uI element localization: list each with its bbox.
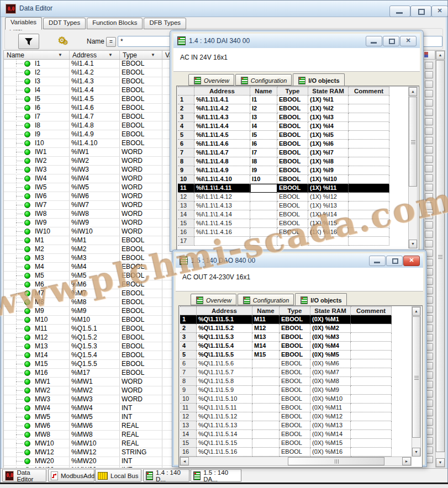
taskbar-tab-1-4-140-dai[interactable]: 1.4 : 140 D...	[143, 469, 189, 482]
dialog-titlebar[interactable]: 1.5 : 140 DAO 840 00 ✕	[176, 253, 423, 268]
io-row[interactable]: 8%I\1.1\1.4.8I8EBOOL(1X) %I8	[178, 157, 389, 166]
io-row[interactable]: 15%I\1.1\1.4.15EBOOL(1X) %I15	[178, 219, 389, 228]
dialog-vertical-scrollbar[interactable]: ▲ ▼	[412, 306, 421, 457]
io-row[interactable]: 9%Q\1.1\1.5.9EBOOL(0X) %M9	[180, 386, 392, 395]
maximize-button[interactable]	[386, 256, 403, 266]
taskbar-tab-data-editor[interactable]: 0,0 Data Editor	[2, 469, 46, 482]
grid-cell-button[interactable]	[425, 99, 433, 107]
column-header-type[interactable]: Type▼	[120, 51, 162, 59]
io-row[interactable]: 15%Q\1.1\1.5.15EBOOL(0X) %M15	[180, 439, 392, 448]
grid-cell-button[interactable]	[425, 212, 433, 219]
scroll-down-button[interactable]: ▼	[436, 458, 445, 467]
io-row[interactable]: 1%Q\1.1\1.5.1M11EBOOL(0X) %M1	[180, 315, 392, 324]
io-row[interactable]: 13%I\1.1\1.4.13EBOOL(1X) %I13	[178, 201, 389, 210]
io-row[interactable]: 11%Q\1.1\1.5.11EBOOL(0X) %M11	[180, 404, 392, 412]
close-button[interactable]: ✕	[403, 256, 420, 266]
tab-overview[interactable]: Overview	[188, 74, 234, 86]
scroll-up-button[interactable]: ▲	[412, 307, 420, 316]
io-row[interactable]: 16%Q\1.1\1.5.16EBOOL(0X) %M16	[180, 448, 392, 457]
scroll-down-button[interactable]: ▼	[412, 448, 420, 457]
io-row[interactable]: 14%Q\1.1\1.5.14EBOOL(0X) %M14	[180, 430, 392, 439]
scroll-thumb[interactable]	[288, 457, 384, 465]
taskbar-tab-local-bus[interactable]: Local Bus	[95, 469, 141, 482]
close-button[interactable]: ✕	[400, 36, 417, 46]
grid-cell-button[interactable]	[425, 184, 433, 191]
grid-cell-button[interactable]	[425, 109, 433, 116]
io-row[interactable]: 10%Q\1.1\1.5.10EBOOL(0X) %M10	[180, 395, 392, 404]
io-row[interactable]: 2%I\1.1\1.4.2I2EBOOL(1X) %I2	[178, 104, 389, 113]
minimize-button[interactable]	[366, 36, 382, 46]
taskbar-tab-modbus[interactable]: ModbusAdd...	[48, 469, 94, 482]
io-row[interactable]: 14%I\1.1\1.4.14EBOOL(1X) %I14	[178, 210, 389, 219]
grid-cell-button[interactable]	[425, 165, 433, 172]
io-row[interactable]: 2%Q\1.1\1.5.2M12EBOOL(0X) %M2	[180, 324, 392, 333]
io-row[interactable]: 4%Q\1.1\1.5.4M14EBOOL(0X) %M4	[180, 342, 392, 351]
dialog-titlebar[interactable]: 1.4 : 140 DAI 340 00 ✕	[173, 34, 420, 49]
tab-dfb-types[interactable]: DFB Types	[144, 18, 186, 29]
scroll-up-button[interactable]: ▲	[436, 51, 445, 60]
io-row[interactable]: 6%I\1.1\1.4.6I6EBOOL(1X) %I6	[178, 140, 389, 148]
close-button[interactable]: ✕	[431, 6, 448, 17]
scroll-thumb[interactable]	[412, 316, 420, 438]
filter-settings-button[interactable]: ⚙⚙	[52, 33, 73, 48]
io-row[interactable]: 3%Q\1.1\1.5.3M13EBOOL(0X) %M3	[180, 333, 392, 342]
grid-cell-button[interactable]	[425, 174, 433, 182]
io-row[interactable]: 6%Q\1.1\1.5.6EBOOL(0X) %M6	[180, 359, 392, 368]
io-row[interactable]: 13%Q\1.1\1.5.13EBOOL(0X) %M13	[180, 421, 392, 430]
tab-io-objects[interactable]: I/O objects	[293, 73, 344, 86]
maximize-button[interactable]	[383, 36, 399, 46]
grid-cell-button[interactable]	[425, 203, 433, 210]
io-row[interactable]: 17	[178, 237, 389, 246]
tab-variables[interactable]: Variables	[5, 17, 42, 30]
io-row[interactable]: 9%I\1.1\1.4.9I9EBOOL(1X) %I9	[178, 166, 389, 175]
sort-dropdown-icon[interactable]: ▼	[151, 52, 155, 57]
grid-cell-button[interactable]	[425, 118, 433, 125]
scroll-thumb[interactable]	[436, 60, 445, 452]
tab-function-blocks[interactable]: Function Blocks	[87, 18, 143, 29]
tab-configuration[interactable]: Configuration	[235, 74, 292, 86]
io-row[interactable]: 5%I\1.1\1.4.5I5EBOOL(1X) %I5	[178, 131, 389, 140]
grid-cell-button[interactable]	[425, 81, 433, 88]
minimize-button[interactable]	[389, 6, 410, 17]
grid-cell-button[interactable]	[425, 240, 433, 247]
taskbar-tab-1-5-140-dao[interactable]: 1.5 : 140 DA...	[191, 469, 241, 482]
sort-dropdown-icon[interactable]: ▼	[108, 52, 113, 57]
scroll-right-button[interactable]: ►	[402, 457, 411, 465]
column-header-address[interactable]: Address▼	[70, 51, 120, 59]
grid-cell-button[interactable]	[425, 62, 433, 69]
io-row[interactable]: 5%Q\1.1\1.5.5M15EBOOL(0X) %M5	[180, 351, 392, 359]
grid-cell-button[interactable]	[425, 231, 433, 238]
filter-funnel-button[interactable]	[18, 34, 39, 49]
grid-cell-button[interactable]	[425, 221, 433, 229]
grid-cell-button[interactable]	[425, 90, 433, 97]
grid-cell-button[interactable]	[425, 71, 433, 78]
column-header-name[interactable]: Name▼	[4, 51, 70, 59]
tab-io-objects[interactable]: I/O objects	[295, 293, 346, 306]
grid-cell-button[interactable]	[425, 128, 433, 135]
scroll-up-button[interactable]: ▲	[409, 87, 417, 96]
maximize-button[interactable]	[410, 6, 431, 17]
filter-operator-button[interactable]: =	[106, 37, 116, 47]
tab-ddt-types[interactable]: DDT Types	[43, 18, 86, 29]
io-row[interactable]: 11%I\1.1\1.4.11EBOOL(1X) %I11	[178, 184, 389, 193]
minimize-button[interactable]	[369, 256, 386, 266]
grid-cell-button[interactable]	[425, 156, 433, 163]
grid-cell-button[interactable]	[425, 137, 433, 144]
io-row[interactable]: 16%I\1.1\1.4.16EBOOL(1X) %I16	[178, 228, 389, 237]
io-row[interactable]: 12%Q\1.1\1.5.12EBOOL(0X) %M12	[180, 412, 392, 421]
scroll-thumb[interactable]	[409, 97, 417, 187]
dialog-horizontal-scrollbar[interactable]: ◄ ►	[180, 457, 412, 466]
io-row[interactable]: 7%Q\1.1\1.5.7EBOOL(0X) %M7	[180, 368, 392, 377]
tab-overview[interactable]: Overview	[191, 294, 236, 305]
grid-cell-button[interactable]	[425, 146, 433, 153]
io-row[interactable]: 8%Q\1.1\1.5.8EBOOL(0X) %M8	[180, 377, 392, 386]
variables-vertical-scrollbar[interactable]: ▲ ▼	[435, 50, 445, 468]
io-row[interactable]: 10%I\1.1\1.4.10I10EBOOL(1X) %I10	[178, 175, 389, 184]
grid-cell-button[interactable]	[425, 193, 433, 200]
io-row[interactable]: 4%I\1.1\1.4.4I4EBOOL(1X) %I4	[178, 122, 389, 131]
sort-dropdown-icon[interactable]: ▼	[58, 52, 62, 57]
io-row[interactable]: 12%I\1.1\1.4.12EBOOL(1X) %I12	[178, 193, 389, 201]
io-row[interactable]: 3%I\1.1\1.4.3I3EBOOL(1X) %I3	[178, 113, 389, 122]
scroll-left-button[interactable]: ◄	[180, 457, 189, 465]
dialog-vertical-scrollbar[interactable]: ▲ ▼	[408, 87, 418, 248]
